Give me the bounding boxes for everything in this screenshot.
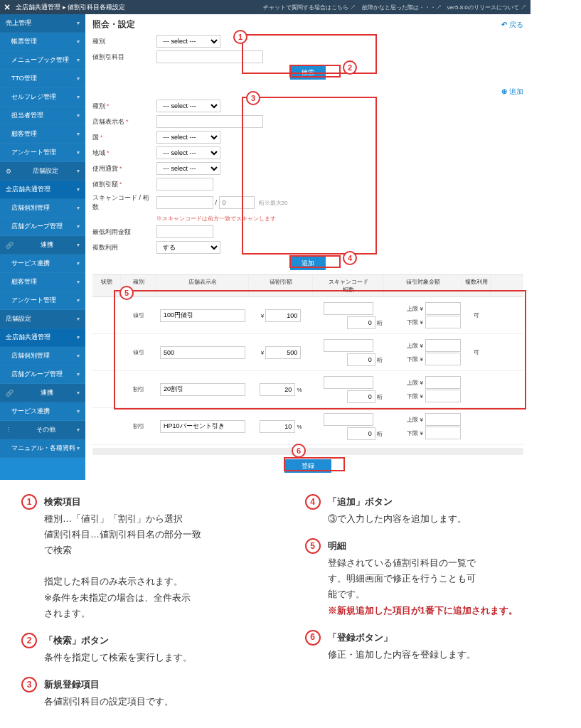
row-lower-input[interactable] <box>425 316 461 328</box>
minamount-input[interactable] <box>156 225 213 238</box>
callout-3: 3 <box>246 91 260 105</box>
add-link[interactable]: 追加 <box>501 87 523 97</box>
callout-5: 5 <box>119 286 134 300</box>
chevron-down-icon: ▾ <box>77 408 80 414</box>
sidebar-icon: ⚙ <box>6 168 11 175</box>
chevron-down-icon: ▾ <box>77 297 80 304</box>
sidebar-item-label: サービス連携 <box>11 407 50 416</box>
add-button[interactable]: 追加 <box>290 257 326 270</box>
sidebar-item[interactable]: 帳票管理▾ <box>0 33 85 51</box>
sidebar-item[interactable]: 担当者管理▾ <box>0 107 85 125</box>
row-upper-input[interactable] <box>425 413 461 426</box>
chevron-down-icon: ▾ <box>77 168 80 174</box>
scancode-input[interactable] <box>156 196 213 209</box>
row-amount-input[interactable] <box>260 383 295 396</box>
sidebar-item[interactable]: セルフレジ管理▾ <box>0 88 85 107</box>
row-name-input[interactable] <box>160 420 245 433</box>
row-upper-input[interactable] <box>425 376 461 389</box>
currency-select[interactable]: --- select --- <box>156 162 220 175</box>
chevron-down-icon: ▾ <box>77 94 80 100</box>
amount-input[interactable] <box>156 178 213 191</box>
region-select[interactable]: --- select --- <box>156 146 220 159</box>
sidebar-item[interactable]: メニューブック管理▾ <box>0 51 85 70</box>
callout-6: 6 <box>292 444 306 458</box>
table-row: 割引 % 桁上限 ¥下限 ¥ <box>92 408 523 445</box>
search-item-label: 値割引科目 <box>92 53 156 62</box>
sidebar-item[interactable]: サービス連携▾ <box>0 255 85 273</box>
sidebar-item[interactable]: 店舗個別管理▾ <box>0 199 85 218</box>
explain-number: 5 <box>305 538 321 554</box>
displayname-input[interactable] <box>156 115 263 128</box>
sidebar-item[interactable]: 店舗設定▾ <box>0 310 85 328</box>
sidebar-item[interactable]: ⚙店舗設定▾ <box>0 162 85 181</box>
explain-body: 条件を指定して検索を実行します。 <box>44 650 277 665</box>
sidebar-item[interactable]: マニュアル・各種資料▾ <box>0 439 85 458</box>
sidebar-item[interactable]: サービス連携▾ <box>0 402 85 421</box>
sidebar-item[interactable]: 全店舗共通管理▾ <box>0 328 85 347</box>
sidebar-item[interactable]: 売上管理▾ <box>0 14 85 33</box>
explain-head: 新規登録項目 <box>44 677 277 692</box>
row-name-input[interactable] <box>160 309 245 322</box>
row-digits-input[interactable] <box>347 427 375 440</box>
row-digits-input[interactable] <box>347 390 375 403</box>
sidebar-item[interactable]: アンケート管理▾ <box>0 144 85 162</box>
country-label: 国* <box>92 133 156 142</box>
chat-link[interactable]: チャットで質問する場合はこちら ↗ <box>263 4 356 11</box>
sidebar-item-label: その他 <box>36 425 55 434</box>
row-scan-input[interactable] <box>324 339 373 352</box>
sidebar-item[interactable]: 顧客管理▾ <box>0 125 85 144</box>
sidebar-item-label: 店舗設定 <box>33 166 58 176</box>
row-scan-input[interactable] <box>324 413 373 426</box>
chevron-down-icon: ▾ <box>77 316 80 322</box>
explain-body: 種別…「値引」「割引」から選択 値割引科目…値割引科目名の部分一致 で検索 指定… <box>44 511 277 621</box>
row-amount-input[interactable] <box>265 309 301 322</box>
row-name-input[interactable] <box>160 383 245 396</box>
row-scan-input[interactable] <box>324 376 373 389</box>
sidebar-item[interactable]: 全店舗共通管理▾ <box>0 181 85 199</box>
back-link[interactable]: 戻る <box>501 20 523 30</box>
sidebar-item[interactable]: ⋮その他▾ <box>0 421 85 439</box>
sidebar-item[interactable]: TTO管理▾ <box>0 70 85 88</box>
sidebar-item[interactable]: 店舗グループ管理▾ <box>0 218 85 236</box>
sidebar-item-label: 店舗個別管理 <box>11 203 50 213</box>
row-amount-input[interactable] <box>265 346 301 359</box>
multi-select[interactable]: する <box>156 241 220 254</box>
type-select[interactable]: --- select --- <box>156 100 220 112</box>
row-digits-input[interactable] <box>347 353 375 366</box>
digits-input[interactable] <box>219 196 255 209</box>
close-icon[interactable]: × <box>4 1 10 13</box>
release-link[interactable]: ver5.8.0のリリースについて ↗ <box>447 4 526 11</box>
chevron-down-icon: ▾ <box>77 223 80 230</box>
sidebar-item[interactable]: アンケート管理▾ <box>0 291 85 310</box>
sidebar-item[interactable]: 🔗連携▾ <box>0 236 85 255</box>
sidebar-item[interactable]: 店舗グループ管理▾ <box>0 365 85 384</box>
multi-label: 複数利用 <box>92 243 156 252</box>
search-button[interactable]: 検索 <box>290 66 326 80</box>
sidebar-item-label: 担当者管理 <box>11 111 43 120</box>
cell-multi <box>462 388 491 391</box>
row-lower-input[interactable] <box>425 390 461 402</box>
sidebar: 売上管理▾帳票管理▾メニューブック管理▾TTO管理▾セルフレジ管理▾担当者管理▾… <box>0 14 85 480</box>
horizontal-scrollbar[interactable] <box>92 448 523 455</box>
row-lower-input[interactable] <box>425 427 461 439</box>
row-digits-input[interactable] <box>347 316 375 329</box>
search-type-select[interactable]: --- select --- <box>156 35 220 48</box>
row-amount-input[interactable] <box>260 420 295 433</box>
sidebar-item[interactable]: 顧客管理▾ <box>0 273 85 291</box>
row-lower-input[interactable] <box>425 353 461 365</box>
fault-link[interactable]: 故障かなと思った際は・・・↗ <box>362 4 442 11</box>
row-scan-input[interactable] <box>324 302 373 315</box>
register-button[interactable]: 登録 <box>284 459 331 473</box>
sidebar-item-label: アンケート管理 <box>11 148 56 157</box>
row-upper-input[interactable] <box>425 339 461 352</box>
sidebar-item[interactable]: 店舗個別管理▾ <box>0 347 85 365</box>
search-item-input[interactable] <box>156 50 263 63</box>
row-name-input[interactable] <box>160 346 245 359</box>
chevron-down-icon: ▾ <box>77 260 80 267</box>
row-upper-input[interactable] <box>425 302 461 315</box>
sidebar-item[interactable]: 🔗連携▾ <box>0 384 85 402</box>
chevron-down-icon: ▾ <box>77 186 80 193</box>
country-select[interactable]: --- select --- <box>156 131 220 144</box>
chevron-down-icon: ▾ <box>77 38 80 45</box>
th-multi: 複数利用 <box>462 275 491 296</box>
